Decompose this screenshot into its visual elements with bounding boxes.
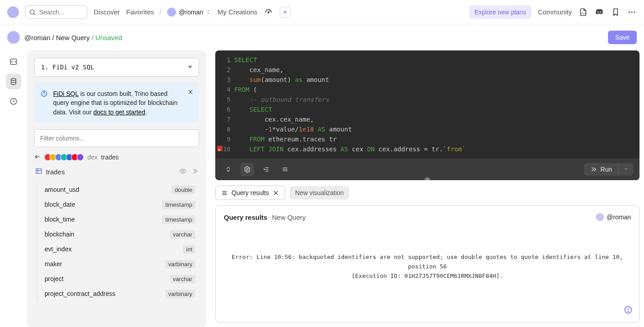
chevron-down-icon: [188, 66, 192, 68]
run-group: Run: [584, 163, 633, 176]
results-panel: Query results New Query @roman Error: Li…: [215, 205, 639, 322]
svg-point-8: [631, 11, 633, 13]
tab-label: Query results: [231, 189, 269, 196]
nav-favorites[interactable]: Favorites: [126, 8, 154, 16]
expand-editor-icon[interactable]: [222, 163, 235, 176]
preview-icon[interactable]: [179, 168, 186, 176]
run-options-icon[interactable]: [618, 163, 633, 176]
run-button[interactable]: Run: [584, 163, 618, 176]
format-icon[interactable]: [278, 163, 292, 176]
rail-data-icon[interactable]: [6, 74, 21, 89]
crumb-table[interactable]: trades: [101, 154, 119, 161]
results-title: Query results: [224, 213, 268, 221]
discord-icon[interactable]: [594, 7, 604, 17]
search-icon: [29, 9, 36, 16]
info-text2: .: [145, 109, 147, 116]
crumb-group[interactable]: dex: [87, 154, 98, 161]
unsaved-badge: / Unsaved: [91, 34, 122, 41]
chain-badges: [46, 154, 84, 161]
column-row[interactable]: block_datetimestamp: [37, 197, 199, 212]
crumb-handle[interactable]: @roman: [24, 34, 50, 41]
alert-icon[interactable]: [624, 305, 633, 316]
tab-label: New visualization: [295, 189, 344, 196]
dashboard-icon[interactable]: [263, 7, 273, 17]
bookmark-icon[interactable]: [611, 7, 621, 17]
breadcrumb-avatar: [7, 31, 20, 44]
svg-point-9: [634, 11, 635, 13]
code-content[interactable]: SELECT cex_name, sum(amount) as amount F…: [234, 55, 466, 154]
expand-icon[interactable]: [191, 168, 198, 176]
more-icon[interactable]: [627, 7, 637, 17]
crumb-query[interactable]: New Query: [56, 34, 90, 41]
column-row[interactable]: amount_usddouble: [37, 182, 199, 197]
column-row[interactable]: makervarbinary: [37, 257, 199, 272]
column-name: block_date: [45, 201, 75, 208]
info-banner: FiDi SQL is our custom built, Trino base…: [34, 83, 199, 123]
rail-history-icon[interactable]: [6, 94, 21, 109]
info-link-docs[interactable]: docs to get started: [93, 109, 145, 116]
column-row[interactable]: blockchainvarchar: [37, 227, 199, 242]
explore-plans-button[interactable]: Explore new plans: [469, 5, 531, 19]
column-row[interactable]: project_contract_addressvarbinary: [37, 286, 199, 301]
main: 1. FiDi v2 SQL FiDi SQL is our custom bu…: [0, 50, 644, 327]
schema-breadcrumb: dex trades: [34, 154, 199, 161]
workbench: 12345678910 SELECT cex_name, sum(amount)…: [206, 50, 644, 327]
column-type: varchar: [170, 275, 195, 283]
column-type: double: [172, 186, 195, 194]
owner-avatar: [596, 213, 604, 221]
column-name: project_contract_address: [45, 290, 115, 297]
svg-point-11: [11, 78, 16, 81]
line-gutter: 12345678910: [215, 55, 234, 154]
new-query-button[interactable]: [280, 7, 290, 18]
engine-label: 1. FiDi v2 SQL: [41, 64, 94, 71]
settings-icon[interactable]: [240, 163, 254, 176]
user-avatar[interactable]: [7, 6, 19, 18]
column-name: blockchain: [45, 231, 74, 238]
column-type: timestamp: [162, 215, 195, 224]
column-type: varbinary: [165, 290, 195, 298]
svg-point-7: [629, 11, 630, 13]
close-icon[interactable]: [187, 88, 194, 97]
svg-rect-19: [36, 169, 41, 174]
engine-select[interactable]: 1. FiDi v2 SQL: [34, 58, 199, 77]
column-name: maker: [45, 260, 62, 268]
user-handle: @roman: [179, 9, 203, 16]
sql-editor[interactable]: 12345678910 SELECT cex_name, sum(amount)…: [215, 50, 639, 180]
results-subtitle: New Query: [272, 213, 306, 221]
column-row[interactable]: block_timetimestamp: [37, 212, 199, 227]
column-type: varchar: [170, 230, 195, 239]
nav-discover[interactable]: Discover: [94, 8, 120, 16]
close-tab-icon[interactable]: [272, 190, 279, 196]
docs-icon[interactable]: DOC: [578, 7, 588, 17]
column-row[interactable]: projectvarchar: [37, 272, 199, 286]
filter-columns-input[interactable]: [34, 129, 199, 147]
side-rail: [0, 50, 27, 327]
svg-point-0: [30, 9, 34, 14]
code-area[interactable]: 12345678910 SELECT cex_name, sum(amount)…: [215, 50, 639, 159]
svg-line-1: [34, 14, 35, 15]
column-type: timestamp: [162, 200, 195, 209]
column-type: varbinary: [165, 260, 195, 268]
column-name: evt_index: [45, 245, 72, 253]
save-button[interactable]: Save: [608, 31, 637, 44]
nav-my-creations[interactable]: My Creations: [218, 8, 257, 16]
svg-point-39: [628, 311, 628, 312]
table-name: trades: [46, 168, 65, 176]
nav-community[interactable]: Community: [538, 8, 572, 16]
rail-code-icon[interactable]: [6, 54, 21, 69]
svg-point-23: [246, 168, 248, 170]
indent-icon[interactable]: [259, 163, 273, 176]
column-row[interactable]: evt_indexint: [37, 242, 199, 257]
search-wrap: [25, 5, 87, 19]
tab-query-results[interactable]: Query results: [215, 186, 285, 200]
tab-new-visualization[interactable]: New visualization: [290, 186, 349, 200]
run-label: Run: [600, 166, 612, 173]
resize-handle[interactable]: [424, 177, 431, 180]
results-header: Query results New Query @roman: [224, 213, 631, 221]
column-name: project: [45, 275, 63, 282]
table-icon: [35, 168, 42, 176]
user-switcher[interactable]: @roman: [167, 8, 211, 17]
back-icon[interactable]: [34, 154, 41, 161]
info-link-fidisql[interactable]: FiDi SQL: [53, 90, 78, 97]
svg-point-15: [44, 92, 44, 92]
